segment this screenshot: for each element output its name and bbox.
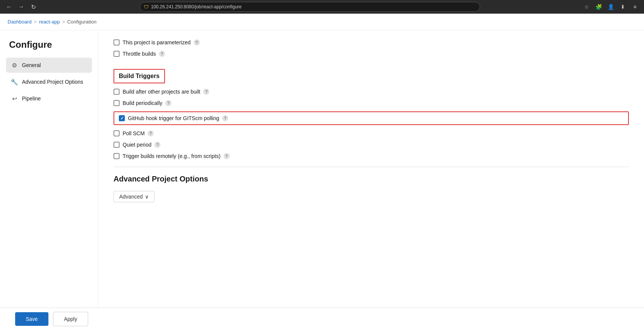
poll-scm-row: Poll SCM ? — [114, 130, 629, 136]
build-after-checkbox[interactable] — [114, 89, 120, 95]
star-icon[interactable]: ☆ — [582, 2, 591, 11]
download-icon[interactable]: ⬇ — [618, 2, 627, 11]
wrench-icon: 🔧 — [11, 78, 18, 86]
menu-icon[interactable]: ≡ — [630, 2, 639, 11]
build-after-help[interactable]: ? — [203, 89, 209, 95]
apply-button[interactable]: Apply — [53, 312, 88, 326]
trigger-remotely-checkbox[interactable] — [114, 153, 120, 159]
browser-chrome: ← → ↻ 🛡 100.26.241.250:8080/job/react-ap… — [0, 0, 644, 14]
build-after-row: Build after other projects are built ? — [114, 89, 629, 95]
build-periodically-help[interactable]: ? — [165, 100, 171, 106]
quiet-period-row: Quiet period ? — [114, 142, 629, 148]
refresh-button[interactable]: ↻ — [29, 2, 38, 11]
footer-bar: Save Apply — [0, 308, 644, 330]
breadcrumb-sep-1: > — [34, 19, 37, 25]
quiet-period-help[interactable]: ? — [154, 142, 160, 148]
build-triggers-heading: Build Triggers — [114, 69, 165, 83]
sidebar-item-general-label: General — [22, 62, 41, 68]
sidebar-item-advanced-label: Advanced Project Options — [22, 79, 83, 85]
github-hook-checkbox[interactable] — [119, 115, 125, 121]
browser-right-icons: ☆ 🧩 👤 ⬇ ≡ — [582, 2, 639, 11]
url-text: 100.26.241.250:8080/job/react-app/config… — [151, 4, 242, 9]
profile-icon[interactable]: 👤 — [606, 2, 615, 11]
github-hook-help[interactable]: ? — [222, 115, 228, 121]
quiet-period-checkbox[interactable] — [114, 142, 120, 148]
advanced-btn-label: Advanced — [119, 194, 143, 200]
poll-scm-help[interactable]: ? — [148, 130, 154, 136]
parameterized-help[interactable]: ? — [194, 39, 200, 45]
main-layout: Configure ⚙ General 🔧 Advanced Project O… — [0, 30, 644, 330]
sidebar-item-pipeline[interactable]: ↩ Pipeline — [6, 91, 92, 106]
breadcrumb-dashboard[interactable]: Dashboard — [8, 19, 32, 25]
chevron-down-icon: ∨ — [145, 194, 149, 200]
save-button[interactable]: Save — [15, 312, 48, 326]
github-hook-label[interactable]: GitHub hook trigger for GITScm polling — [128, 115, 219, 121]
content-area: This project is parameterized ? Throttle… — [98, 30, 644, 330]
breadcrumb-sep-2: > — [62, 19, 65, 25]
trigger-remotely-help[interactable]: ? — [224, 153, 230, 159]
gear-icon: ⚙ — [11, 61, 18, 69]
throttle-checkbox[interactable] — [114, 51, 120, 57]
breadcrumb-configuration: Configuration — [67, 19, 96, 25]
build-periodically-label[interactable]: Build periodically — [123, 100, 162, 106]
build-periodically-checkbox[interactable] — [114, 100, 120, 106]
trigger-remotely-label[interactable]: Trigger builds remotely (e.g., from scri… — [123, 153, 221, 159]
quiet-period-label[interactable]: Quiet period — [123, 142, 151, 148]
parameterized-checkbox[interactable] — [114, 39, 120, 45]
section-divider — [114, 167, 629, 167]
forward-button[interactable]: → — [17, 2, 26, 11]
pipeline-icon: ↩ — [11, 95, 18, 102]
build-periodically-row: Build periodically ? — [114, 100, 629, 106]
sidebar-item-pipeline-label: Pipeline — [22, 95, 41, 102]
shield-icon: 🛡 — [144, 4, 149, 10]
throttle-help[interactable]: ? — [159, 51, 165, 57]
github-hook-row: GitHub hook trigger for GITScm polling ? — [114, 111, 629, 125]
address-bar[interactable]: 🛡 100.26.241.250:8080/job/react-app/conf… — [140, 2, 480, 12]
extension-icon[interactable]: 🧩 — [594, 2, 603, 11]
throttle-row: Throttle builds ? — [114, 51, 629, 57]
sidebar-item-general[interactable]: ⚙ General — [6, 58, 92, 73]
poll-scm-checkbox[interactable] — [114, 130, 120, 136]
sidebar-title: Configure — [6, 39, 92, 50]
parameterized-label[interactable]: This project is parameterized — [123, 39, 191, 45]
trigger-remotely-row: Trigger builds remotely (e.g., from scri… — [114, 153, 629, 159]
back-button[interactable]: ← — [5, 2, 14, 11]
sidebar-item-advanced-project-options[interactable]: 🔧 Advanced Project Options — [6, 74, 92, 89]
breadcrumb: Dashboard > react-app > Configuration — [0, 14, 644, 30]
sidebar: Configure ⚙ General 🔧 Advanced Project O… — [0, 30, 98, 330]
advanced-dropdown-button[interactable]: Advanced ∨ — [114, 191, 154, 202]
throttle-label[interactable]: Throttle builds — [123, 51, 156, 57]
poll-scm-label[interactable]: Poll SCM — [123, 130, 145, 136]
advanced-project-options-heading: Advanced Project Options — [114, 175, 629, 183]
build-after-label[interactable]: Build after other projects are built — [123, 89, 200, 95]
parameterized-row: This project is parameterized ? — [114, 39, 629, 45]
breadcrumb-react-app[interactable]: react-app — [39, 19, 60, 25]
content-inner: This project is parameterized ? Throttle… — [114, 39, 629, 229]
